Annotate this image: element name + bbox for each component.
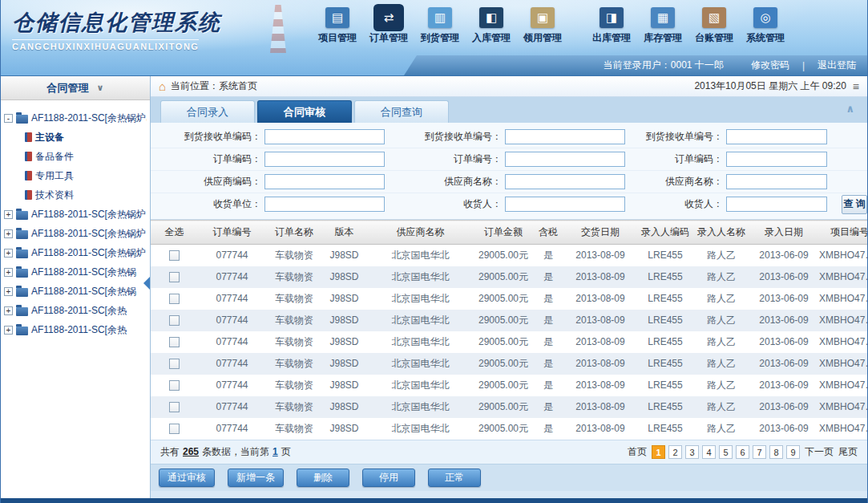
search-button[interactable]: 查 询 — [842, 195, 867, 214]
action-button-3[interactable]: 删除 — [297, 469, 349, 487]
tree-folder-collapsed[interactable]: +AF1188-2011-SC[余热锅 — [4, 262, 147, 282]
tab-contract-review[interactable]: 合同审核 — [257, 100, 352, 123]
tree-folder-collapsed[interactable]: +AF1188-2011-SC[余热锅炉 — [4, 205, 147, 224]
nav-item-4[interactable]: ◧入库管理 — [466, 4, 517, 45]
table-row: 077744车载物资J98SD北京国电华北29005.00元是2013-08-0… — [151, 331, 868, 353]
action-button-5[interactable]: 正常 — [428, 469, 481, 487]
tree-folder-collapsed[interactable]: +AF1188-2011-SC[余热锅炉 — [4, 243, 147, 262]
form-input[interactable] — [264, 152, 385, 167]
row-checkbox[interactable] — [169, 380, 180, 391]
tab-contract-entry[interactable]: 合同录入 — [160, 100, 255, 123]
table-cell: 是 — [532, 245, 564, 266]
table-cell: 2013-06-09 — [749, 266, 819, 288]
form-input[interactable] — [726, 152, 827, 167]
table-cell: 北京国电华北 — [366, 331, 474, 353]
tree-leaf[interactable]: 技术资料 — [4, 185, 147, 205]
sidebar-header[interactable]: 合同管理 ∨ — [1, 76, 150, 100]
form-input[interactable] — [505, 129, 625, 144]
sidebar-collapse-arrow[interactable] — [137, 277, 150, 290]
table-cell: 29005.00元 — [474, 310, 532, 331]
nav-item-label: 项目管理 — [312, 31, 363, 45]
form-input[interactable] — [505, 152, 625, 167]
first-page-button[interactable]: 首页 — [628, 445, 647, 459]
table-cell: LRE455 — [636, 353, 694, 375]
tree-folder-collapsed[interactable]: +AF1188-2011-SC[余热锅 — [4, 282, 147, 301]
nav-item-5[interactable]: ▣领用管理 — [517, 4, 568, 45]
tree-leaf[interactable]: 备品备件 — [4, 147, 147, 166]
collapse-icon[interactable]: - — [4, 114, 13, 123]
tree-folder-expanded[interactable]: -AF1188-2011-SC[余热锅炉岛 — [4, 108, 147, 128]
nav-item-2[interactable]: ⇄订单管理 — [363, 4, 414, 45]
row-checkbox[interactable] — [169, 315, 180, 326]
row-checkbox[interactable] — [169, 424, 180, 434]
table-cell: 077744 — [198, 331, 266, 353]
expand-icon[interactable]: + — [4, 229, 13, 238]
expand-icon[interactable]: + — [4, 306, 13, 315]
page-button-4[interactable]: 4 — [702, 445, 716, 459]
page-button-6[interactable]: 6 — [736, 445, 749, 459]
next-page-button[interactable]: 下一页 — [805, 445, 834, 459]
table-cell: LRE455 — [636, 418, 694, 440]
list-icon[interactable]: ≡ — [853, 80, 859, 93]
form-label: 到货接收单编号： — [625, 130, 723, 144]
row-checkbox[interactable] — [169, 402, 180, 412]
table-cell: 路人乙 — [694, 245, 749, 266]
row-checkbox[interactable] — [169, 337, 180, 347]
page-button-5[interactable]: 5 — [719, 445, 733, 459]
expand-icon[interactable]: + — [4, 268, 13, 277]
app-window: 仓储信息化管理系统 CANGCHUXINXIHUAGUANLIXITONG ▤项… — [0, 0, 868, 503]
nav-item-3[interactable]: ▥到货管理 — [414, 4, 466, 45]
page-button-1[interactable]: 1 — [652, 445, 665, 459]
nav-item-1[interactable]: ▤项目管理 — [312, 4, 363, 45]
form-input[interactable] — [726, 174, 827, 189]
table-cell: 2013-06-09 — [749, 245, 819, 266]
form-input[interactable] — [726, 129, 827, 144]
nav-item-6[interactable]: ◨出库管理 — [586, 4, 637, 45]
action-bar: 通过审核新增一条删除停用正常 — [151, 464, 867, 491]
table-row: 077744车载物资J98SD北京国电华北29005.00元是2013-08-0… — [151, 245, 868, 266]
form-input[interactable] — [505, 197, 625, 212]
tree-folder-collapsed[interactable]: +AF1188-2011-SC[余热 — [4, 301, 147, 320]
page-button-8[interactable]: 8 — [769, 445, 783, 459]
folder-icon — [16, 288, 28, 297]
datetime-label: 2013年10月05日 星期六 上午 09:20 — [694, 79, 846, 93]
collapse-panel-icon[interactable]: ∧ — [846, 103, 854, 115]
form-input[interactable] — [726, 197, 827, 212]
page-button-9[interactable]: 9 — [786, 445, 800, 459]
nav-item-9[interactable]: ◎系统管理 — [740, 4, 791, 45]
action-button-1[interactable]: 通过审核 — [159, 469, 215, 487]
row-checkbox[interactable] — [169, 250, 180, 261]
table-cell: 2013-08-09 — [564, 353, 636, 375]
tree-folder-collapsed[interactable]: +AF1188-2011-SC[余热锅炉 — [4, 224, 147, 243]
expand-icon[interactable]: + — [4, 210, 13, 219]
form-input[interactable] — [264, 129, 385, 144]
project-icon: ▤ — [325, 7, 349, 28]
page-button-7[interactable]: 7 — [753, 445, 766, 459]
tree-leaf[interactable]: 主设备 — [4, 128, 147, 147]
nav-item-8[interactable]: ▧台账管理 — [688, 4, 740, 45]
form-input[interactable] — [264, 197, 385, 212]
action-button-2[interactable]: 新增一条 — [228, 469, 284, 487]
table-cell: 2013-08-09 — [564, 331, 636, 353]
row-checkbox[interactable] — [169, 359, 180, 369]
column-header: 交货日期 — [564, 221, 636, 245]
table-cell: LRE455 — [636, 245, 694, 266]
nav-item-7[interactable]: ▦库存管理 — [637, 4, 688, 45]
page-button-2[interactable]: 2 — [668, 445, 682, 459]
row-checkbox[interactable] — [169, 294, 180, 304]
tree-leaf[interactable]: 专用工具 — [4, 166, 147, 185]
page-button-3[interactable]: 3 — [685, 445, 699, 459]
logout-link[interactable]: 退出登陆 — [818, 59, 856, 72]
expand-icon[interactable]: + — [4, 287, 13, 296]
action-button-4[interactable]: 停用 — [362, 469, 415, 487]
change-password-link[interactable]: 修改密码 — [751, 59, 789, 72]
form-input[interactable] — [505, 174, 625, 189]
last-page-button[interactable]: 尾页 — [838, 445, 858, 459]
expand-icon[interactable]: + — [4, 249, 13, 258]
form-input[interactable] — [264, 174, 385, 189]
tree-folder-collapsed[interactable]: +AF1188-2011-SC[余热 — [4, 320, 147, 339]
expand-icon[interactable]: + — [4, 326, 13, 335]
tab-contract-query[interactable]: 合同查询 — [354, 100, 449, 123]
row-checkbox[interactable] — [169, 272, 180, 282]
table-cell: 路人乙 — [694, 310, 749, 331]
